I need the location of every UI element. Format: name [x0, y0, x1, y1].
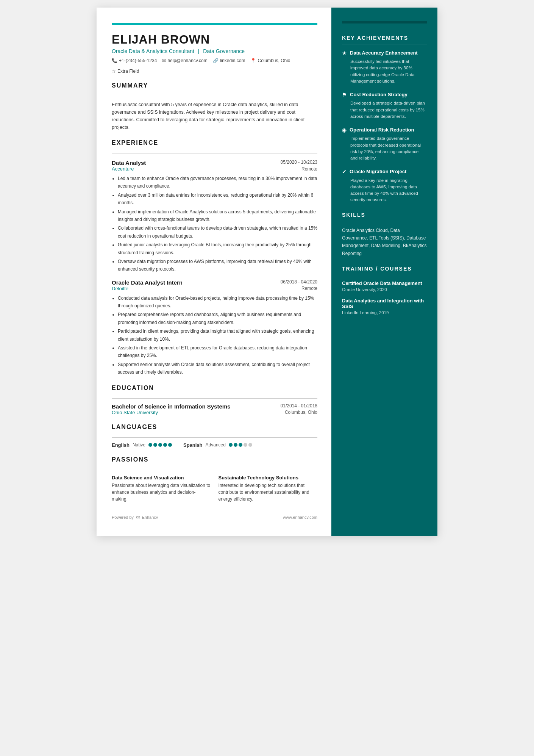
languages-title: LANGUAGES — [112, 424, 317, 430]
star-icon: ☆ — [112, 69, 116, 74]
title-part2: Data Governance — [203, 48, 245, 54]
skills-title: SKILLS — [342, 212, 427, 218]
dot — [158, 443, 162, 447]
training-2-title: Data Analytics and Integration with SSIS — [342, 298, 427, 309]
dot — [229, 443, 233, 447]
achievements-divider — [342, 44, 427, 44]
education-divider — [112, 398, 317, 399]
lang-spanish: Spanish Advanced — [183, 442, 252, 448]
job-1-header: Data Analyst 05/2020 - 10/2023 — [112, 160, 317, 166]
bullet: Prepared comprehensive reports and dashb… — [118, 311, 317, 326]
dot-empty — [248, 443, 252, 447]
achievement-1-header: ★ Data Accuracy Enhancement — [342, 50, 427, 56]
experience-divider — [112, 153, 317, 153]
flag-icon: ⚑ — [342, 92, 347, 98]
dot — [168, 443, 172, 447]
edu-1-header: Bachelor of Science in Information Syste… — [112, 403, 317, 410]
powered-by-label: Powered by — [112, 515, 134, 520]
bullet: Guided junior analysts in leveraging Ora… — [118, 241, 317, 257]
training-1: Certified Oracle Data Management Oracle … — [342, 280, 427, 292]
training-1-title: Certified Oracle Data Management — [342, 280, 427, 286]
location-icon: 📍 — [250, 58, 256, 63]
edu-1-degree: Bachelor of Science in Information Syste… — [112, 403, 230, 410]
languages-divider — [112, 437, 317, 438]
achievement-1-title: Data Accuracy Enhancement — [350, 50, 418, 56]
footer-left: Powered by ∞ Enhancv — [112, 514, 158, 521]
brand-name: Enhancv — [142, 515, 158, 520]
check-icon: ✔ — [342, 169, 347, 175]
achievement-2-header: ⚑ Cost Reduction Strategy — [342, 91, 427, 98]
candidate-name: ELIJAH BROWN — [112, 33, 317, 47]
dot — [153, 443, 157, 447]
edu-item-1: Bachelor of Science in Information Syste… — [112, 403, 317, 415]
achievements-section: KEY ACHIEVEMENTS ★ Data Accuracy Enhance… — [342, 35, 427, 203]
linkedin-item: 🔗 linkedin.com — [213, 58, 245, 63]
languages-row: English Native Spanish Advanced — [112, 442, 317, 448]
title-separator: | — [198, 48, 200, 54]
candidate-title: Oracle Data & Analytics Consultant | Dat… — [112, 48, 317, 54]
lang-english-level: Native — [133, 442, 145, 448]
bullet: Supported senior analysts with Oracle da… — [118, 361, 317, 376]
edu-1-school: Ohio State University — [112, 410, 158, 415]
top-bar-accent — [112, 23, 317, 25]
resume-page: ELIJAH BROWN Oracle Data & Analytics Con… — [97, 8, 437, 536]
dot — [163, 443, 167, 447]
contact-row: 📞 +1-(234)-555-1234 ✉ help@enhancv.com 🔗… — [112, 58, 317, 74]
footer-website: www.enhancv.com — [283, 515, 317, 520]
summary-text: Enthusiastic consultant with 5 years of … — [112, 101, 317, 131]
passions-divider — [112, 470, 317, 470]
training-divider — [342, 275, 427, 275]
email-item: ✉ help@enhancv.com — [162, 58, 207, 63]
edu-1-location: Columbus, Ohio — [285, 410, 317, 415]
achievement-3-desc: Implemented data governance protocols th… — [342, 135, 427, 161]
target-icon: ◉ — [342, 127, 347, 133]
passion-2: Sustainable Technology Solutions Interes… — [219, 475, 318, 502]
lang-english-dots — [148, 443, 172, 447]
achievement-2: ⚑ Cost Reduction Strategy Developed a st… — [342, 91, 427, 120]
lang-english: English Native — [112, 442, 172, 448]
job-1-location: Remote — [301, 166, 317, 172]
linkedin-icon: 🔗 — [213, 58, 219, 63]
bullet: Collaborated with cross-functional teams… — [118, 224, 317, 240]
lang-spanish-dots — [229, 443, 252, 447]
skills-text: Oracle Analytics Cloud, Data Governance,… — [342, 227, 427, 258]
job-1-dates: 05/2020 - 10/2023 — [281, 160, 317, 165]
education-title: EDUCATION — [112, 385, 317, 391]
experience-title: EXPERIENCE — [112, 139, 317, 146]
passion-2-desc: Interested in developing tech solutions … — [219, 482, 318, 502]
passions-title: PASSIONS — [112, 456, 317, 463]
job-2-title: Oracle Data Analyst Intern — [112, 279, 183, 286]
title-part1: Oracle Data & Analytics Consultant — [112, 48, 194, 54]
city-item: 📍 Columbus, Ohio — [250, 58, 290, 63]
phone-item: 📞 +1-(234)-555-1234 — [112, 58, 157, 63]
passions-section: PASSIONS Data Science and Visualization … — [112, 456, 317, 502]
job-1-company-row: Accenture Remote — [112, 166, 317, 172]
enhancv-logo: ∞ Enhancv — [136, 514, 158, 521]
skills-section: SKILLS Oracle Analytics Cloud, Data Gove… — [342, 212, 427, 258]
dot — [234, 443, 237, 447]
job-2-company-row: Deloitte Remote — [112, 286, 317, 291]
star-achievement-icon: ★ — [342, 50, 347, 56]
job-2-company: Deloitte — [112, 286, 128, 291]
passion-1-title: Data Science and Visualization — [112, 475, 211, 481]
achievement-4-header: ✔ Oracle Migration Project — [342, 168, 427, 175]
training-section: TRAINING / COURSES Certified Oracle Data… — [342, 266, 427, 315]
job-2-header: Oracle Data Analyst Intern 06/2018 - 04/… — [112, 279, 317, 286]
lang-spanish-level: Advanced — [206, 442, 226, 448]
training-2: Data Analytics and Integration with SSIS… — [342, 298, 427, 315]
extra-field-value: Extra Field — [117, 69, 139, 74]
bullet: Led a team to enhance Oracle data govern… — [118, 175, 317, 190]
achievement-1: ★ Data Accuracy Enhancement Successfully… — [342, 50, 427, 85]
achievement-3-header: ◉ Operational Risk Reduction — [342, 127, 427, 133]
job-2-location: Remote — [301, 286, 317, 291]
email-value: help@enhancv.com — [167, 58, 207, 63]
summary-title: SUMMARY — [112, 82, 317, 89]
job-1-company: Accenture — [112, 166, 134, 172]
achievement-3-title: Operational Risk Reduction — [350, 127, 414, 133]
bullet: Managed implementation of Oracle Analyti… — [118, 208, 317, 224]
city-value: Columbus, Ohio — [258, 58, 290, 63]
phone-icon: 📞 — [112, 58, 117, 63]
achievement-4: ✔ Oracle Migration Project Played a key … — [342, 168, 427, 203]
achievement-4-title: Oracle Migration Project — [350, 168, 406, 175]
achievements-title: KEY ACHIEVEMENTS — [342, 35, 448, 41]
